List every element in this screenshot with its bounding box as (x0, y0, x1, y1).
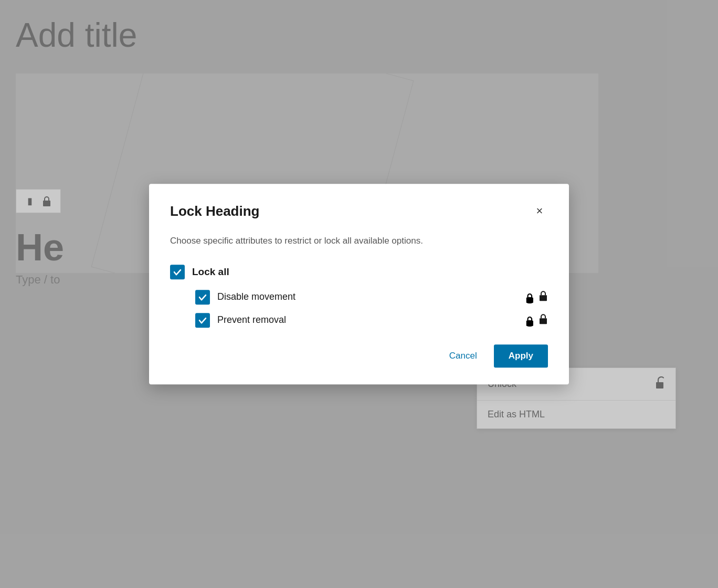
lock-heading-modal: Lock Heading × Choose specific attribute… (149, 184, 569, 384)
lock-all-label: Lock all (192, 266, 548, 278)
svg-rect-3 (540, 318, 547, 324)
disable-movement-label: Disable movement (217, 291, 524, 302)
cancel-button[interactable]: Cancel (441, 345, 485, 366)
svg-rect-2 (540, 295, 547, 301)
apply-button[interactable]: Apply (494, 344, 548, 368)
modal-close-button[interactable]: × (531, 203, 548, 219)
prevent-removal-row[interactable]: Prevent removal (195, 313, 548, 328)
disable-movement-lock-icon (524, 290, 548, 304)
modal-header: Lock Heading × (170, 203, 548, 219)
disable-movement-checkbox[interactable] (195, 290, 210, 304)
modal-description: Choose specific attributes to restrict o… (170, 234, 548, 248)
disable-movement-row[interactable]: Disable movement (195, 290, 548, 304)
modal-title: Lock Heading (170, 203, 259, 219)
modal-footer: Cancel Apply (170, 344, 548, 368)
sub-options: Disable movement Prevent removal (170, 290, 548, 328)
prevent-removal-lock-icon (524, 313, 548, 327)
lock-all-row[interactable]: Lock all (170, 265, 548, 279)
prevent-removal-checkbox[interactable] (195, 313, 210, 328)
prevent-removal-label: Prevent removal (217, 314, 524, 326)
lock-all-checkbox[interactable] (170, 265, 185, 279)
